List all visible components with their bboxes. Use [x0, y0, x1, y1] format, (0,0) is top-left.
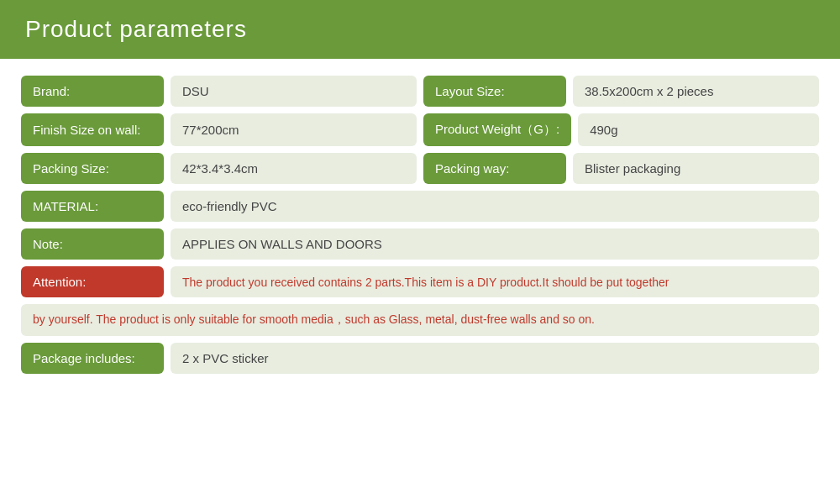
finish-value: 77*200cm — [171, 113, 417, 146]
note-label: Note: — [21, 228, 164, 260]
package-label: Package includes: — [21, 343, 164, 374]
row-brand-layout: Brand: DSU Layout Size: 38.5x200cm x 2 p… — [21, 76, 819, 107]
row-packing: Packing Size: 42*3.4*3.4cm Packing way: … — [21, 153, 819, 184]
brand-value: DSU — [171, 76, 417, 107]
page-header: Product parameters — [0, 0, 840, 59]
packing-value: 42*3.4*3.4cm — [171, 153, 417, 184]
material-label: MATERIAL: — [21, 191, 164, 222]
packing-way-group: Packing way: Blister packaging — [423, 153, 819, 184]
note-value: APPLIES ON WALLS AND DOORS — [171, 228, 819, 260]
material-value: eco-friendly PVC — [171, 191, 819, 222]
brand-group: Brand: DSU — [21, 76, 417, 107]
brand-label: Brand: — [21, 76, 164, 107]
row-finish-weight: Finish Size on wall: 77*200cm Product We… — [21, 113, 819, 146]
row-note: Note: APPLIES ON WALLS AND DOORS — [21, 228, 819, 260]
attention-continuation: by yourself. The product is only suitabl… — [21, 304, 819, 336]
attention-value: The product you received contains 2 part… — [171, 266, 819, 297]
main-content: Brand: DSU Layout Size: 38.5x200cm x 2 p… — [0, 59, 840, 397]
page-title: Product parameters — [25, 16, 247, 43]
package-value: 2 x PVC sticker — [171, 343, 819, 374]
packing-way-value: Blister packaging — [573, 153, 819, 184]
layout-group: Layout Size: 38.5x200cm x 2 pieces — [423, 76, 819, 107]
packing-way-label: Packing way: — [423, 153, 566, 184]
finish-group: Finish Size on wall: 77*200cm — [21, 113, 417, 146]
packing-label: Packing Size: — [21, 153, 164, 184]
layout-value: 38.5x200cm x 2 pieces — [573, 76, 819, 107]
weight-value: 490g — [578, 113, 819, 146]
row-package: Package includes: 2 x PVC sticker — [21, 343, 819, 374]
row-material: MATERIAL: eco-friendly PVC — [21, 191, 819, 222]
attention-label: Attention: — [21, 266, 164, 297]
finish-label: Finish Size on wall: — [21, 113, 164, 146]
weight-label: Product Weight（G）: — [423, 113, 571, 146]
layout-label: Layout Size: — [423, 76, 566, 107]
weight-group: Product Weight（G）: 490g — [423, 113, 819, 146]
row-attention: Attention: The product you received cont… — [21, 266, 819, 297]
packing-group: Packing Size: 42*3.4*3.4cm — [21, 153, 417, 184]
attention-continuation-wrapper: by yourself. The product is only suitabl… — [21, 304, 819, 336]
